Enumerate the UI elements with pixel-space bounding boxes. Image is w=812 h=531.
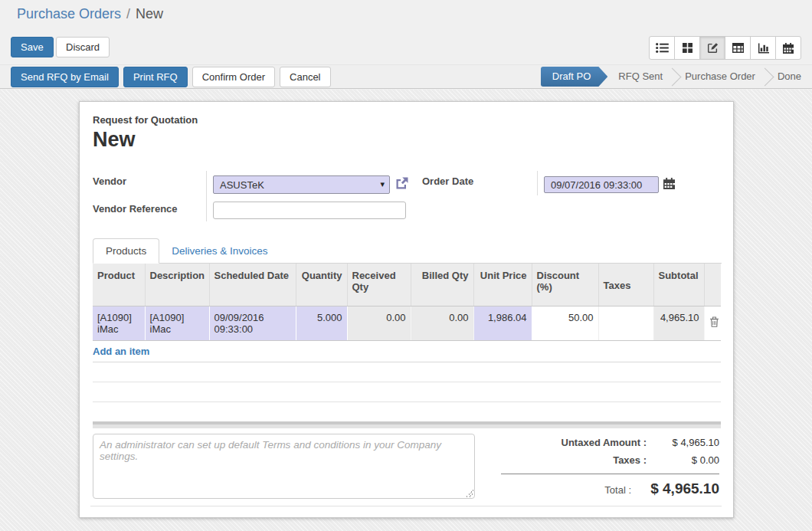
- send-rfq-by-email-button[interactable]: Send RFQ by Email: [11, 67, 119, 87]
- breadcrumb-separator: /: [126, 6, 130, 22]
- main-content: Request for Quotation New Vendor ASUSTeK…: [0, 90, 812, 531]
- column-header-quantity: Quantity: [296, 264, 347, 306]
- cancel-button[interactable]: Cancel: [280, 67, 330, 87]
- column-header-received-qty: Received Qty: [347, 264, 411, 306]
- column-header-taxes: Taxes: [598, 264, 653, 306]
- vendor-reference-label: Vendor Reference: [93, 203, 178, 215]
- label-separator: [537, 171, 538, 195]
- cell-product[interactable]: [A1090] iMac: [93, 306, 145, 340]
- breadcrumb: Purchase Orders / New: [0, 0, 812, 28]
- taxes-value: $ 0.00: [662, 454, 719, 466]
- action-buttons: Send RFQ by EmailPrint RFQConfirm OrderC…: [0, 67, 331, 87]
- empty-line: [93, 382, 721, 402]
- save-button[interactable]: Save: [11, 37, 54, 57]
- cell-billed-qty[interactable]: 0.00: [411, 306, 473, 340]
- pivot-table-icon: [732, 43, 744, 53]
- column-header-description: Description: [145, 264, 209, 306]
- order-date-value: 09/07/2016 09:33:00: [551, 179, 642, 191]
- graph-view-button[interactable]: [750, 36, 776, 60]
- column-header-billed-qty: Billed Qty: [411, 264, 473, 306]
- total-value: $ 4,965.10: [647, 480, 719, 497]
- order-date-label: Order Date: [422, 175, 473, 187]
- edit-form-icon: [707, 42, 719, 54]
- cell-unit-price[interactable]: 1,986.04: [473, 306, 532, 340]
- totals-block: Untaxed Amount : $ 4,965.10 Taxes : $ 0.…: [501, 437, 719, 503]
- empty-line: [93, 402, 721, 421]
- horizontal-scrollbar[interactable]: [93, 421, 721, 428]
- vendor-reference-input[interactable]: [213, 202, 406, 219]
- label-separator: [206, 171, 207, 221]
- cell-taxes[interactable]: [598, 306, 653, 340]
- pivot-view-button[interactable]: [725, 36, 751, 60]
- cell-subtotal[interactable]: 4,965.10: [653, 306, 704, 340]
- untaxed-amount-value: $ 4,965.10: [662, 437, 719, 448]
- form-sheet: Request for Quotation New Vendor ASUSTeK…: [79, 101, 734, 518]
- untaxed-amount-label: Untaxed Amount :: [562, 437, 647, 448]
- date-picker-calendar-icon[interactable]: [663, 178, 675, 189]
- form-title: New: [93, 128, 136, 152]
- column-header-discount-: Discount (%): [532, 264, 598, 306]
- order-lines-table: ProductDescriptionScheduled DateQuantity…: [93, 264, 721, 341]
- add-an-item-link[interactable]: Add an item: [93, 346, 149, 357]
- delete-line-trash-icon[interactable]: [709, 316, 719, 327]
- column-header-unit-price: Unit Price: [473, 264, 532, 306]
- order-lines: ProductDescriptionScheduled DateQuantity…: [93, 264, 721, 428]
- column-header-actions: [704, 264, 721, 306]
- list-icon: [656, 43, 669, 53]
- toolbar: Save Discard: [0, 28, 812, 64]
- confirm-order-button[interactable]: Confirm Order: [192, 67, 275, 87]
- bar-chart-icon: [758, 43, 769, 54]
- taxes-label: Taxes :: [613, 454, 647, 466]
- view-switcher: [649, 36, 801, 60]
- cell-description[interactable]: [A1090] iMac: [145, 306, 209, 340]
- totals-divider: [501, 474, 719, 474]
- add-item-row: Add an item: [93, 341, 721, 362]
- status-step-purchase-order[interactable]: Purchase Order: [674, 67, 766, 87]
- empty-line: [93, 362, 721, 382]
- cell-quantity[interactable]: 5.000: [296, 306, 347, 340]
- list-view-button[interactable]: [649, 36, 675, 60]
- chevron-down-icon: ▾: [380, 179, 385, 189]
- vendor-value: ASUSTeK: [220, 179, 264, 191]
- column-header-scheduled-date: Scheduled Date: [209, 264, 296, 306]
- form-subtitle: Request for Quotation: [93, 114, 198, 126]
- tab-products[interactable]: Products: [93, 238, 159, 264]
- calendar-view-button[interactable]: [775, 36, 801, 60]
- kanban-icon: [683, 43, 692, 53]
- vendor-select[interactable]: ASUSTeK ▾: [213, 175, 390, 194]
- cell-scheduled-date[interactable]: 09/09/2016 09:33:00: [209, 306, 296, 340]
- notebook-tabs: ProductsDeliveries & Invoices: [93, 238, 722, 264]
- column-header-product: Product: [93, 264, 145, 306]
- total-label: Total :: [604, 484, 631, 496]
- status-step-draft-po[interactable]: Draft PO: [541, 67, 608, 87]
- cell-received-qty[interactable]: 0.00: [347, 306, 411, 340]
- cell-delete[interactable]: [704, 306, 721, 340]
- column-header-subtotal: Subtotal: [653, 264, 704, 306]
- calendar-icon: [783, 43, 794, 54]
- purchase-order-form-page: Purchase Orders / New Save Discard: [0, 0, 812, 531]
- order-line-row: [A1090] iMac[A1090] iMac09/09/2016 09:33…: [93, 306, 721, 340]
- open-vendor-external-link-icon[interactable]: [395, 175, 411, 192]
- action-bar: Send RFQ by EmailPrint RFQConfirm OrderC…: [0, 64, 812, 89]
- terms-and-conditions-textarea[interactable]: [93, 434, 474, 498]
- resize-handle[interactable]: [466, 490, 473, 497]
- terms-and-conditions-box: [93, 434, 475, 499]
- discard-button[interactable]: Discard: [56, 37, 110, 57]
- vendor-label: Vendor: [93, 175, 126, 187]
- kanban-view-button[interactable]: [674, 36, 700, 60]
- sheet-bottom-divider: [90, 506, 722, 506]
- statusbar: Draft PORFQ SentPurchase OrderDone: [541, 65, 812, 88]
- breadcrumb-current: New: [136, 6, 163, 22]
- order-date-input[interactable]: 09/07/2016 09:33:00: [544, 176, 659, 193]
- breadcrumb-purchase-orders-link[interactable]: Purchase Orders: [17, 6, 121, 22]
- form-view-button[interactable]: [699, 36, 725, 60]
- cell-discount-[interactable]: 50.00: [532, 306, 598, 340]
- tab-deliveries-invoices[interactable]: Deliveries & Invoices: [159, 239, 280, 263]
- print-rfq-button[interactable]: Print RFQ: [123, 67, 188, 87]
